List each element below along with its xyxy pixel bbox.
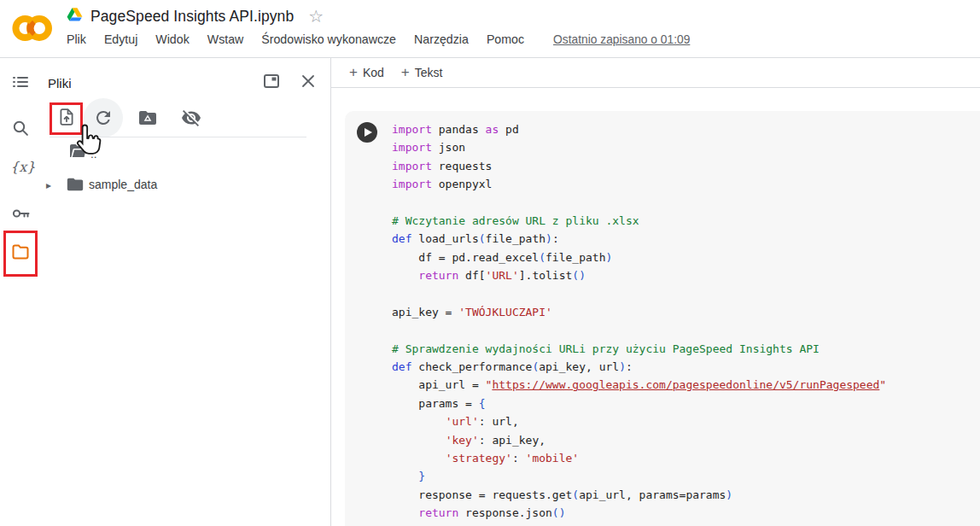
document-title[interactable]: PageSpeed Insights API.ipynb [90, 8, 294, 26]
code-line[interactable] [392, 321, 886, 339]
code-line[interactable] [392, 194, 886, 212]
chevron-right-icon[interactable]: ▸ [46, 179, 51, 191]
close-panel-icon[interactable] [298, 71, 318, 91]
code-line[interactable] [392, 285, 886, 303]
code-editor[interactable]: import pandas as pdimport jsonimport req… [392, 120, 886, 523]
code-line[interactable]: import openpyxl [392, 175, 886, 193]
hide-hidden-files-icon[interactable] [180, 108, 201, 128]
menu-item[interactable]: Narzędzia [411, 32, 471, 47]
cursor-pointer [75, 123, 102, 161]
code-cell: import pandas as pdimport jsonimport req… [345, 111, 980, 526]
code-line[interactable]: df = pd.read_excel(file_path) [392, 248, 886, 266]
secrets-key-icon[interactable] [10, 203, 31, 224]
last-saved-link[interactable]: Ostatnio zapisano o 01:09 [553, 33, 690, 46]
colab-logo-icon[interactable] [12, 10, 53, 46]
code-line[interactable]: 'url': url, [392, 412, 886, 430]
menu-item[interactable]: Widok [153, 32, 191, 47]
mount-drive-icon[interactable] [137, 108, 157, 128]
code-line[interactable]: return response.json() [392, 504, 886, 522]
variables-icon[interactable]: {x} [10, 159, 31, 179]
code-line[interactable]: return df['URL'].tolist() [392, 266, 886, 284]
run-cell-button[interactable] [357, 122, 377, 143]
code-line[interactable]: response = requests.get(api_url, params=… [392, 486, 886, 504]
add-text-label: Tekst [415, 66, 443, 79]
play-icon [365, 128, 372, 137]
code-line[interactable]: # Sprawdzenie wydajności URLi przy użyci… [392, 340, 886, 358]
code-line[interactable]: 'strategy': 'mobile' [392, 449, 886, 467]
left-rail: {x} [0, 58, 41, 526]
add-text-button[interactable]: + Tekst [401, 66, 443, 79]
menu-item[interactable]: Pomoc [484, 32, 527, 47]
tree-item-sample-data-label[interactable]: sample_data [89, 178, 157, 191]
drive-icon [67, 7, 83, 26]
files-panel-title: Pliki [48, 76, 72, 91]
colab-window: PageSpeed Insights API.ipynb ☆ PlikEdytu… [0, 0, 980, 526]
add-code-label: Kod [363, 66, 384, 79]
tree-item-sample-data[interactable]: ▸ [46, 177, 51, 192]
code-line[interactable]: def check_performance(api_key, url): [392, 358, 886, 376]
menu-item[interactable]: Plik [64, 32, 89, 47]
code-line[interactable]: api_key = 'TWÓJKLUCZAPI' [392, 303, 886, 321]
code-line[interactable]: import pandas as pd [392, 120, 886, 138]
code-line[interactable]: # Wczytanie adresów URL z pliku .xlsx [392, 212, 886, 230]
star-icon[interactable]: ☆ [308, 8, 324, 25]
code-line[interactable]: 'key': api_key, [392, 431, 886, 449]
files-panel: Pliki [41, 58, 330, 526]
table-of-contents-icon[interactable] [10, 72, 31, 92]
menu-item[interactable]: Środowisko wykonawcze [259, 32, 399, 47]
popout-panel-icon[interactable] [261, 71, 282, 91]
code-line[interactable]: import json [392, 138, 886, 156]
document-title-row: PageSpeed Insights API.ipynb ☆ [67, 5, 324, 27]
code-line[interactable]: api_url = "https://www.googleapis.com/pa… [392, 376, 886, 394]
menu-item[interactable]: Edytuj [102, 32, 140, 47]
code-line[interactable]: } [392, 467, 886, 485]
plus-icon: + [401, 67, 410, 79]
code-line[interactable]: def load_urls(file_path): [392, 230, 886, 248]
menu-item[interactable]: Wstaw [205, 32, 247, 47]
add-code-button[interactable]: + Kod [349, 66, 384, 79]
plus-icon: + [349, 67, 358, 79]
search-icon[interactable] [10, 118, 31, 138]
cell-toolbar: + Kod + Tekst [331, 58, 980, 88]
notebook-area: + Kod + Tekst import pandas as pdimport … [330, 58, 980, 526]
code-line[interactable]: params = { [392, 394, 886, 412]
files-folder-icon[interactable] [10, 242, 31, 262]
folder-icon [65, 175, 85, 197]
code-line[interactable]: import requests [392, 157, 886, 175]
app-header: PageSpeed Insights API.ipynb ☆ PlikEdytu… [0, 0, 980, 58]
upload-file-icon[interactable] [56, 107, 77, 131]
menu-bar: PlikEdytujWidokWstawŚrodowisko wykonawcz… [64, 32, 690, 47]
